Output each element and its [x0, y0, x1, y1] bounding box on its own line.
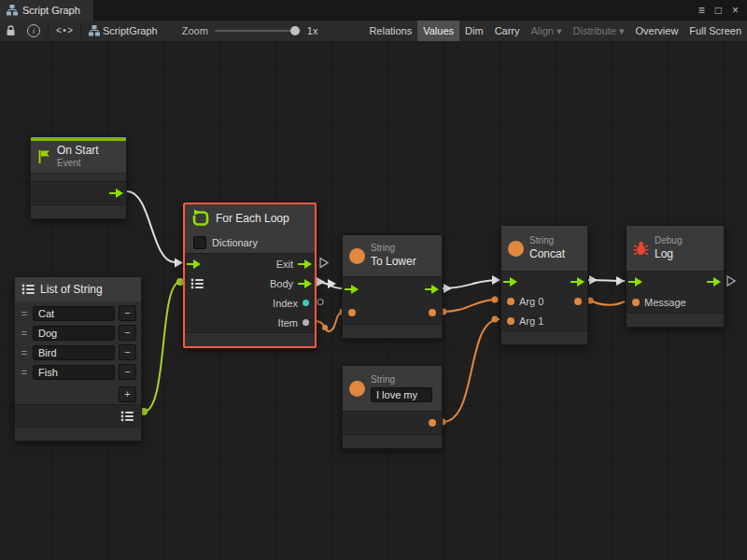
list-output-row [15, 404, 141, 427]
node-log[interactable]: Debug Log Message [626, 225, 725, 328]
list-icon [120, 411, 134, 422]
flow-input-port[interactable] [628, 277, 642, 287]
flow-output-port[interactable] [707, 277, 721, 287]
node-concat[interactable]: String Concat Arg 0 [500, 225, 588, 345]
loop-icon [191, 209, 210, 228]
node-for-each-loop[interactable]: For Each Loop Dictionary Exit [183, 203, 317, 348]
list-item-input[interactable] [33, 326, 115, 341]
dictionary-row: Dictionary [185, 232, 315, 253]
overview-button[interactable]: Overview [630, 21, 684, 41]
flow-input-port[interactable] [187, 259, 201, 269]
node-title: For Each Loop [216, 212, 289, 225]
drag-handle[interactable]: = [20, 328, 29, 339]
align-dropdown[interactable]: Align ▾ [526, 21, 568, 41]
toolbar-separator [48, 23, 49, 38]
drag-handle[interactable]: = [20, 308, 29, 319]
node-title: Log [655, 247, 682, 261]
maximize-icon[interactable]: □ [715, 5, 722, 16]
message-input-port[interactable]: Message [632, 297, 686, 308]
list-item-input[interactable] [33, 365, 115, 380]
flow-output-port[interactable] [571, 277, 585, 287]
node-string-literal[interactable]: String [342, 365, 443, 449]
remove-item-button[interactable]: − [119, 305, 136, 321]
flow-input-port[interactable] [503, 277, 517, 287]
zoom-slider-handle[interactable] [290, 26, 300, 35]
string-output-port[interactable] [429, 419, 436, 427]
arg1-input-port[interactable]: Arg 1 [507, 315, 543, 327]
info-icon[interactable]: i [21, 21, 46, 41]
exit-output-port[interactable]: Exit [276, 259, 312, 270]
output-port-dot [574, 298, 582, 305]
node-type-label: Debug [655, 235, 682, 247]
index-output-port[interactable]: Index [273, 298, 309, 309]
flow-arrow-icon [187, 259, 201, 269]
result-output-port[interactable] [574, 298, 582, 305]
string-value-input[interactable] [371, 387, 432, 402]
node-to-lower[interactable]: String To Lower [342, 234, 443, 339]
node-footer [343, 325, 442, 338]
values-button[interactable]: Values [417, 21, 459, 41]
node-subtitle: Event [57, 158, 99, 170]
window-menu-icon[interactable]: ≡ [698, 5, 705, 16]
list-item-input[interactable] [33, 306, 115, 321]
tab-script-graph[interactable]: Script Graph [0, 0, 94, 21]
body-output-port[interactable]: Body [270, 278, 312, 289]
script-graph-asset-icon [83, 21, 100, 41]
input-port-dot [632, 299, 640, 306]
add-item-button[interactable]: + [119, 386, 136, 402]
input-port-dot [507, 298, 514, 305]
node-on-start[interactable]: On Start Event [30, 136, 127, 219]
remove-item-button[interactable]: − [119, 364, 136, 380]
flow-output-port[interactable] [425, 285, 439, 294]
list-item-row: = − [20, 343, 136, 361]
distribute-label: Distribute [573, 25, 616, 36]
port-label: Body [270, 278, 293, 289]
remove-item-button[interactable]: − [119, 344, 136, 360]
item-port-dot [303, 319, 309, 326]
dictionary-checkbox[interactable] [193, 236, 206, 249]
dim-button[interactable]: Dim [459, 21, 489, 41]
lock-icon[interactable] [0, 21, 21, 41]
drag-handle[interactable]: = [20, 347, 29, 358]
list-item-row: = − [20, 324, 136, 342]
fullscreen-button[interactable]: Full Screen [684, 21, 747, 41]
align-label: Align [531, 25, 554, 36]
input-port-dot [348, 309, 356, 316]
node-footer [15, 427, 141, 441]
flow-arrow-icon [628, 277, 642, 287]
string-icon [349, 381, 365, 397]
string-input-port[interactable] [348, 309, 356, 316]
close-icon[interactable]: × [732, 5, 739, 16]
item-output-port[interactable]: Item [278, 317, 309, 329]
bug-icon [633, 241, 649, 257]
tab-title: Script Graph [22, 5, 80, 16]
distribute-dropdown[interactable]: Distribute ▾ [568, 21, 630, 41]
node-list-of-string[interactable]: List of String = − = − = − = − + [14, 276, 142, 441]
node-footer [501, 331, 587, 344]
titlebar: Script Graph ≡ □ × [0, 0, 747, 21]
flow-input-port[interactable] [345, 285, 359, 294]
trigger-output-port[interactable] [109, 189, 123, 198]
toolbar-separator [80, 23, 81, 38]
dictionary-label: Dictionary [212, 237, 258, 248]
remove-item-button[interactable]: − [119, 325, 136, 341]
list-icon [190, 278, 204, 289]
graph-name-label[interactable]: ScriptGraph [103, 25, 158, 36]
window-controls: ≡ □ × [698, 0, 747, 21]
list-item-row: = − [20, 363, 136, 381]
relations-button[interactable]: Relations [363, 21, 417, 41]
string-output-port[interactable] [429, 309, 436, 316]
input-port-dot [507, 317, 514, 325]
list-input-port[interactable] [190, 278, 204, 289]
chevron-down-icon: ▾ [619, 25, 625, 37]
zoom-slider[interactable] [215, 30, 301, 32]
node-body [31, 173, 126, 181]
code-view-icon[interactable]: <•> [50, 21, 78, 41]
carry-button[interactable]: Carry [489, 21, 526, 41]
arg0-input-port[interactable]: Arg 0 [507, 296, 543, 307]
drag-handle[interactable]: = [20, 367, 29, 378]
flow-arrow-icon [503, 277, 517, 287]
string-icon [508, 241, 524, 257]
list-items: = − = − = − = − [15, 301, 141, 385]
list-item-input[interactable] [33, 345, 115, 360]
